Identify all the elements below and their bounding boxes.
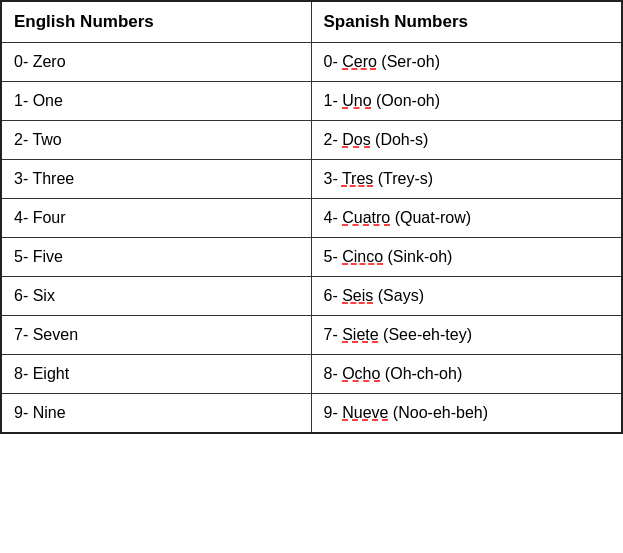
spanish-word: Nueve [342, 404, 388, 421]
table-row: 0- Zero0- Cero (Ser-oh) [2, 43, 621, 82]
numbers-table: English Numbers Spanish Numbers 0- Zero0… [0, 0, 623, 434]
table-row: 1- One1- Uno (Oon-oh) [2, 82, 621, 121]
english-cell: 0- Zero [2, 43, 312, 81]
spanish-prefix: 5- [324, 248, 343, 265]
spanish-word: Ocho [342, 365, 380, 382]
spanish-cell: 0- Cero (Ser-oh) [312, 43, 622, 81]
table-row: 6- Six6- Seis (Says) [2, 277, 621, 316]
spanish-word: Seis [342, 287, 373, 304]
spanish-cell: 7- Siete (See-eh-tey) [312, 316, 622, 354]
spanish-suffix: (Oh-ch-oh) [380, 365, 462, 382]
spanish-prefix: 8- [324, 365, 343, 382]
spanish-cell: 4- Cuatro (Quat-row) [312, 199, 622, 237]
spanish-prefix: 9- [324, 404, 343, 421]
spanish-cell: 5- Cinco (Sink-oh) [312, 238, 622, 276]
spanish-prefix: 7- [324, 326, 343, 343]
table-row: 9- Nine9- Nueve (Noo-eh-beh) [2, 394, 621, 432]
english-cell: 6- Six [2, 277, 312, 315]
spanish-cell: 3- Tres (Trey-s) [312, 160, 622, 198]
header-spanish: Spanish Numbers [312, 2, 622, 42]
english-cell: 1- One [2, 82, 312, 120]
english-cell: 5- Five [2, 238, 312, 276]
spanish-suffix: (Ser-oh) [377, 53, 440, 70]
table-row: 3- Three3- Tres (Trey-s) [2, 160, 621, 199]
spanish-word: Cero [342, 53, 377, 70]
spanish-prefix: 2- [324, 131, 343, 148]
spanish-prefix: 1- [324, 92, 343, 109]
spanish-cell: 9- Nueve (Noo-eh-beh) [312, 394, 622, 432]
spanish-cell: 1- Uno (Oon-oh) [312, 82, 622, 120]
english-cell: 4- Four [2, 199, 312, 237]
spanish-word: Uno [342, 92, 371, 109]
spanish-cell: 6- Seis (Says) [312, 277, 622, 315]
spanish-prefix: 4- [324, 209, 343, 226]
english-cell: 2- Two [2, 121, 312, 159]
table-row: 2- Two2- Dos (Doh-s) [2, 121, 621, 160]
spanish-prefix: 0- [324, 53, 343, 70]
table-header-row: English Numbers Spanish Numbers [2, 2, 621, 43]
header-english: English Numbers [2, 2, 312, 42]
spanish-word: Dos [342, 131, 370, 148]
spanish-suffix: (Noo-eh-beh) [388, 404, 488, 421]
spanish-cell: 8- Ocho (Oh-ch-oh) [312, 355, 622, 393]
spanish-suffix: (See-eh-tey) [379, 326, 472, 343]
spanish-suffix: (Doh-s) [371, 131, 429, 148]
spanish-word: Cinco [342, 248, 383, 265]
spanish-cell: 2- Dos (Doh-s) [312, 121, 622, 159]
english-cell: 8- Eight [2, 355, 312, 393]
english-cell: 7- Seven [2, 316, 312, 354]
spanish-suffix: (Sink-oh) [383, 248, 452, 265]
spanish-prefix: 6- [324, 287, 343, 304]
spanish-word: Tres [342, 170, 373, 187]
spanish-suffix: (Oon-oh) [372, 92, 440, 109]
spanish-suffix: (Quat-row) [390, 209, 471, 226]
spanish-word: Cuatro [342, 209, 390, 226]
spanish-prefix: 3- [324, 170, 342, 187]
table-row: 8- Eight8- Ocho (Oh-ch-oh) [2, 355, 621, 394]
table-row: 5- Five5- Cinco (Sink-oh) [2, 238, 621, 277]
spanish-suffix: (Says) [373, 287, 424, 304]
table-row: 7- Seven7- Siete (See-eh-tey) [2, 316, 621, 355]
spanish-suffix: (Trey-s) [373, 170, 433, 187]
table-row: 4- Four4- Cuatro (Quat-row) [2, 199, 621, 238]
english-cell: 3- Three [2, 160, 312, 198]
english-cell: 9- Nine [2, 394, 312, 432]
spanish-word: Siete [342, 326, 378, 343]
